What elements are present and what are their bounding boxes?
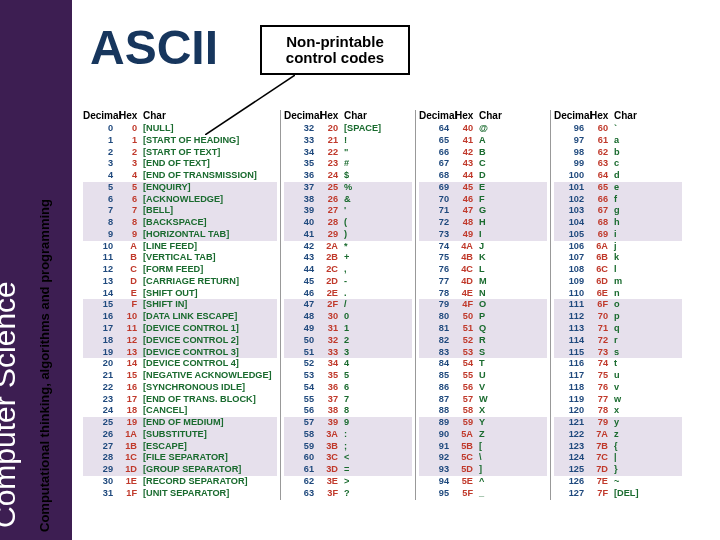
ascii-row: 8151Q: [419, 323, 547, 335]
cell-decimal: 41: [284, 229, 320, 241]
cell-decimal: 5: [83, 182, 119, 194]
cell-char: h: [614, 217, 682, 229]
cell-char: g: [614, 205, 682, 217]
cell-hex: 65: [590, 182, 614, 194]
cell-decimal: 92: [419, 452, 455, 464]
ascii-row: 54366: [284, 382, 412, 394]
cell-char: [ESCAPE]: [143, 441, 277, 453]
cell-hex: 3B: [320, 441, 344, 453]
cell-char: q: [614, 323, 682, 335]
cell-char: 4: [344, 358, 412, 370]
cell-decimal: 125: [554, 464, 590, 476]
ascii-row: 6642B: [419, 147, 547, 159]
ascii-row: 271B[ESCAPE]: [83, 441, 277, 453]
cell-decimal: 108: [554, 264, 590, 276]
cell-decimal: 33: [284, 135, 320, 147]
cell-hex: 5F: [455, 488, 479, 500]
cell-hex: 56: [455, 382, 479, 394]
column-header: DecimalHexChar: [83, 110, 277, 123]
cell-decimal: 84: [419, 358, 455, 370]
cell-char: 8: [344, 405, 412, 417]
cell-decimal: 51: [284, 347, 320, 359]
cell-decimal: 50: [284, 335, 320, 347]
cell-char: y: [614, 417, 682, 429]
cell-char: V: [479, 382, 547, 394]
cell-decimal: 69: [419, 182, 455, 194]
cell-char: P: [479, 311, 547, 323]
cell-hex: 14: [119, 358, 143, 370]
cell-hex: 49: [455, 229, 479, 241]
ascii-row: 1277F[DEL]: [554, 488, 682, 500]
cell-char: W: [479, 394, 547, 406]
cell-char: [: [479, 441, 547, 453]
cell-hex: 12: [119, 335, 143, 347]
cell-char: [DEVICE CONTROL 3]: [143, 347, 277, 359]
ascii-row: 7349I: [419, 229, 547, 241]
cell-decimal: 127: [554, 488, 590, 500]
cell-char: [FORM FEED]: [143, 264, 277, 276]
ascii-row: 11472r: [554, 335, 682, 347]
ascii-row: 1812[DEVICE CONTROL 2]: [83, 335, 277, 347]
cell-hex: 58: [455, 405, 479, 417]
ascii-row: 10569i: [554, 229, 682, 241]
ascii-row: 603C<: [284, 452, 412, 464]
hdr-decimal: Decimal: [419, 110, 455, 121]
cell-char: C: [479, 158, 547, 170]
cell-char: [CANCEL]: [143, 405, 277, 417]
cell-hex: 73: [590, 347, 614, 359]
cell-decimal: 78: [419, 288, 455, 300]
ascii-row: 794FO: [419, 299, 547, 311]
cell-hex: 15: [119, 370, 143, 382]
cell-char: !: [344, 135, 412, 147]
ascii-row: 57399: [284, 417, 412, 429]
ascii-row: 915B[: [419, 441, 547, 453]
cell-decimal: 45: [284, 276, 320, 288]
cell-char: e: [614, 182, 682, 194]
ascii-row: 15F[SHIFT IN]: [83, 299, 277, 311]
cell-hex: 21: [320, 135, 344, 147]
cell-char: [RECORD SEPARATOR]: [143, 476, 277, 488]
cell-decimal: 88: [419, 405, 455, 417]
cell-decimal: 23: [83, 394, 119, 406]
ascii-row: 2519[END OF MEDIUM]: [83, 417, 277, 429]
cell-hex: 4F: [455, 299, 479, 311]
cell-decimal: 31: [83, 488, 119, 500]
ascii-row: 10367g: [554, 205, 682, 217]
ascii-row: 442C,: [284, 264, 412, 276]
cell-char: ;: [344, 441, 412, 453]
ascii-row: 10266f: [554, 194, 682, 206]
cell-char: [DATA LINK ESCAPE]: [143, 311, 277, 323]
ascii-row: 6945E: [419, 182, 547, 194]
ascii-row: 6541A: [419, 135, 547, 147]
cell-hex: 4D: [455, 276, 479, 288]
cell-hex: 70: [590, 311, 614, 323]
cell-hex: 6B: [590, 252, 614, 264]
hdr-hex: Hex: [590, 110, 614, 121]
cell-hex: 7: [119, 205, 143, 217]
cell-char: j: [614, 241, 682, 253]
cell-hex: 76: [590, 382, 614, 394]
ascii-row: 1610[DATA LINK ESCAPE]: [83, 311, 277, 323]
cell-hex: 47: [455, 205, 479, 217]
cell-char: @: [479, 123, 547, 135]
cell-hex: 77: [590, 394, 614, 406]
cell-decimal: 80: [419, 311, 455, 323]
cell-decimal: 65: [419, 135, 455, 147]
cell-hex: 7F: [590, 488, 614, 500]
ascii-row: 12C[FORM FEED]: [83, 264, 277, 276]
ascii-row: 633F?: [284, 488, 412, 500]
cell-decimal: 61: [284, 464, 320, 476]
cell-char: [VERTICAL TAB]: [143, 252, 277, 264]
cell-char: `: [614, 123, 682, 135]
ascii-row: 3422": [284, 147, 412, 159]
cell-hex: 26: [320, 194, 344, 206]
ascii-row: 593B;: [284, 441, 412, 453]
ascii-row: 51333: [284, 347, 412, 359]
ascii-row: 1076Bk: [554, 252, 682, 264]
cell-decimal: 81: [419, 323, 455, 335]
ascii-row: 1116Fo: [554, 299, 682, 311]
cell-char: [START OF TEXT]: [143, 147, 277, 159]
ascii-column: DecimalHexChar3220[SPACE]3321!3422"3523#…: [280, 110, 415, 500]
ascii-row: 8656V: [419, 382, 547, 394]
cell-char: [DEVICE CONTROL 2]: [143, 335, 277, 347]
